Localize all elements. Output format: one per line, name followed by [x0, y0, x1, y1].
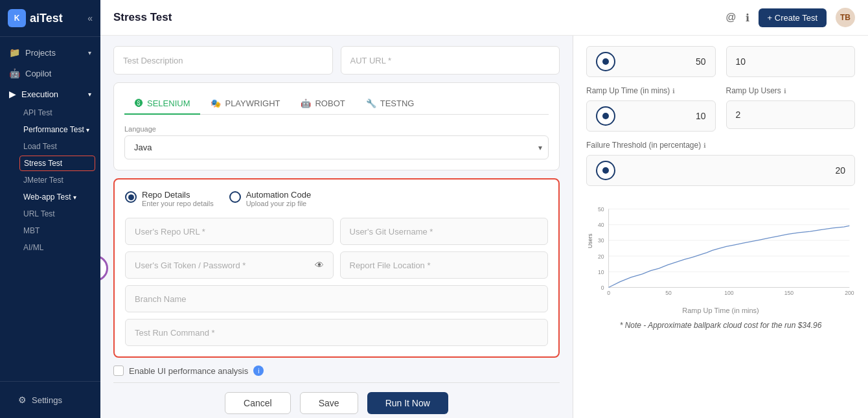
tab-robot[interactable]: 🤖 ROBOT: [290, 93, 355, 115]
ramp-up-time-label: Ramp Up Time (in mins) ℹ: [586, 86, 716, 95]
repo-url-input[interactable]: [135, 227, 324, 237]
config-row-2: Ramp Up Time (in mins) ℹ 10 Ramp Up User…: [586, 86, 855, 132]
report-location-input[interactable]: [350, 261, 539, 270]
sidebar-item-web-app-test[interactable]: Web-app Test ▾: [0, 189, 100, 205]
config-field-value10: 10: [726, 46, 856, 77]
save-button[interactable]: Save: [300, 392, 358, 414]
radio-repo-details[interactable]: Repo Details Enter your repo details: [125, 190, 214, 207]
git-username-field[interactable]: [340, 218, 549, 245]
projects-icon: 📁: [9, 47, 20, 58]
language-label: Language: [124, 125, 549, 133]
ramp-up-users-info-icon[interactable]: ℹ: [784, 87, 786, 95]
radio-auto-sub: Upload your zip file: [246, 200, 311, 207]
svg-text:0: 0: [601, 284, 604, 291]
git-token-field[interactable]: 👁: [125, 251, 334, 279]
content-area: 🅢 SELENIUM 🎭 PLAYWRIGHT 🤖 ROBOT 🔧 TESTNG: [100, 36, 868, 418]
sidebar-item-load-test[interactable]: Load Test: [0, 138, 100, 155]
logo-icon: K: [8, 9, 26, 27]
run-button[interactable]: Run It Now: [367, 392, 448, 414]
help-icon[interactable]: ℹ: [746, 12, 749, 24]
aut-url-field[interactable]: [341, 46, 560, 75]
radio-auto-circle: [229, 191, 241, 203]
git-username-input[interactable]: [350, 227, 539, 237]
radio-repo-circle: [125, 191, 137, 203]
config-field-users: 50: [586, 46, 716, 77]
tab-testng[interactable]: 🔧 TESTNG: [356, 93, 425, 115]
svg-text:Users: Users: [587, 233, 593, 248]
sidebar-item-settings[interactable]: ⚙ Settings: [9, 389, 91, 410]
playwright-icon: 🎭: [211, 99, 221, 108]
ramp-up-time-info-icon[interactable]: ℹ: [672, 87, 675, 95]
tab-playwright[interactable]: 🎭 PLAYWRIGHT: [200, 93, 290, 115]
sidebar-item-performance-test[interactable]: Performance Test ▾: [0, 121, 100, 138]
radio-automation-code[interactable]: Automation Code Upload your zip file: [229, 190, 311, 207]
language-select[interactable]: Java Python JavaScript: [124, 135, 549, 159]
config-value-10: 10: [736, 56, 746, 67]
settings-label: Settings: [32, 395, 62, 405]
config-slider-ramp: [596, 106, 615, 126]
svg-text:150: 150: [784, 290, 794, 296]
radio-repo-label: Repo Details: [142, 190, 214, 200]
svg-text:100: 100: [724, 290, 734, 296]
app-logo[interactable]: K aiTest: [8, 9, 63, 27]
projects-label: Projects: [25, 48, 56, 58]
config-row-1: 50 10: [586, 46, 855, 77]
test-description-field[interactable]: [113, 46, 333, 75]
sidebar-item-stress-test[interactable]: Stress Test: [19, 156, 95, 171]
enable-ui-info-icon[interactable]: i: [253, 366, 264, 376]
sidebar-item-url-test[interactable]: URL Test: [0, 205, 100, 222]
ramp-up-users-label: Ramp Up Users ℹ: [726, 86, 856, 95]
create-test-button[interactable]: + Create Test: [759, 8, 827, 27]
branch-name-input[interactable]: [135, 294, 538, 304]
test-description-input[interactable]: [123, 56, 323, 65]
config-field-failure: 20: [586, 155, 855, 186]
report-location-field[interactable]: [340, 251, 549, 279]
config-value-failure: 20: [835, 165, 845, 176]
slider-track-failure[interactable]: [596, 161, 615, 180]
sidebar-item-jmeter-test[interactable]: JMeter Test: [0, 172, 100, 189]
sidebar-item-api-test[interactable]: API Test: [0, 104, 100, 121]
svg-text:20: 20: [598, 253, 604, 260]
chart-x-label: Ramp Up Time (in mins): [586, 307, 855, 314]
svg-text:50: 50: [598, 206, 604, 213]
sidebar-item-ai-ml[interactable]: AI/ML: [0, 239, 100, 256]
robot-icon: 🤖: [301, 99, 311, 108]
test-run-command-input[interactable]: [135, 328, 538, 338]
radio-repo-sub: Enter your repo details: [142, 200, 214, 207]
step-badge: 6: [100, 255, 108, 281]
selenium-icon: 🅢: [135, 99, 143, 108]
slider-track-users[interactable]: [596, 52, 615, 71]
branch-name-field[interactable]: [125, 285, 548, 312]
input-grid: 👁: [125, 218, 548, 279]
sidebar-logo: K aiTest «: [0, 0, 100, 37]
enable-ui-checkbox[interactable]: [113, 366, 124, 376]
cost-note: * Note - Approximate ballpark cloud cost…: [586, 321, 855, 330]
git-token-input[interactable]: [135, 261, 315, 270]
sidebar-collapse-button[interactable]: «: [87, 13, 93, 23]
test-run-command-field[interactable]: [125, 319, 548, 346]
aut-url-input[interactable]: [350, 56, 551, 65]
ramp-up-users-wrap: Ramp Up Users ℹ 2: [726, 86, 856, 132]
sidebar-item-projects[interactable]: 📁 Projects ▾: [0, 42, 100, 63]
sidebar-item-copilot[interactable]: 🤖 Copilot: [0, 63, 100, 84]
tab-selenium[interactable]: 🅢 SELENIUM: [124, 93, 200, 115]
eye-icon[interactable]: 👁: [315, 260, 324, 270]
slider-track-ramp[interactable]: [596, 106, 615, 126]
right-panel: 50 10 Ramp Up Time (in mins) ℹ: [573, 36, 868, 418]
sidebar-item-execution[interactable]: ▶ Execution ▾: [0, 84, 100, 104]
failure-threshold-wrap: Failure Threshold (in percentage) ℹ 20: [586, 141, 855, 186]
at-icon[interactable]: @: [725, 12, 736, 23]
repo-url-field[interactable]: [125, 218, 334, 245]
radio-repo-label-wrap: Repo Details Enter your repo details: [142, 190, 214, 207]
user-avatar[interactable]: TB: [836, 8, 855, 27]
source-options: Repo Details Enter your repo details Aut…: [125, 190, 548, 207]
sidebar-item-mbt[interactable]: MBT: [0, 222, 100, 239]
sidebar-bottom: ⚙ Settings: [0, 381, 100, 418]
projects-chevron: ▾: [88, 49, 91, 56]
enable-ui-row: Enable UI performance analysis i: [113, 366, 560, 376]
failure-threshold-info-icon[interactable]: ℹ: [703, 142, 706, 149]
config-field-ramp-users: 2: [726, 100, 856, 129]
source-section: 6 Repo Details Enter your repo details A…: [113, 178, 560, 358]
config-field-ramp-time: 10: [586, 100, 716, 132]
cancel-button[interactable]: Cancel: [225, 392, 291, 414]
